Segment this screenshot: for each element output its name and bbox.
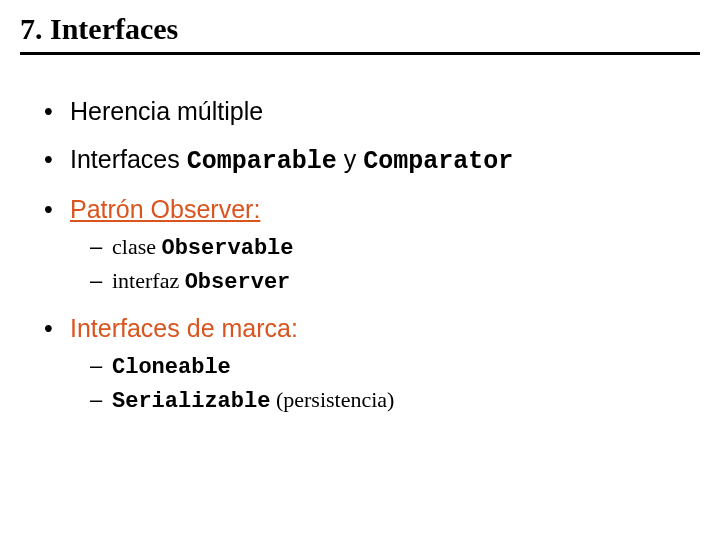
- bullet-text: Patrón Observer:: [70, 195, 260, 223]
- sub-item-cloneable: Cloneable: [90, 351, 700, 383]
- code-comparable: Comparable: [187, 147, 337, 176]
- sub-text-post: (persistencia): [270, 387, 394, 412]
- code-observer: Observer: [185, 270, 291, 295]
- title-bar: 7. Interfaces: [20, 12, 700, 55]
- slide-title: 7. Interfaces: [20, 12, 700, 46]
- bullet-interfaces-comparable: Interfaces Comparable y Comparator: [44, 143, 700, 179]
- sub-item-clase-observable: clase Observable: [90, 232, 700, 264]
- bullet-text: Interfaces de marca:: [70, 314, 298, 342]
- code-comparator: Comparator: [363, 147, 513, 176]
- code-serializable: Serializable: [112, 389, 270, 414]
- sub-text-pre: interfaz: [112, 268, 185, 293]
- sub-text-pre: clase: [112, 234, 161, 259]
- sub-list-marca: Cloneable Serializable (persistencia): [70, 351, 700, 416]
- code-cloneable: Cloneable: [112, 355, 231, 380]
- bullet-text: Herencia múltiple: [70, 97, 263, 125]
- sub-item-interfaz-observer: interfaz Observer: [90, 266, 700, 298]
- bullet-interfaces-marca: Interfaces de marca: Cloneable Serializa…: [44, 312, 700, 417]
- bullet-herencia-multiple: Herencia múltiple: [44, 95, 700, 129]
- bullet-text-mid: y: [337, 145, 363, 173]
- sub-list-observer: clase Observable interfaz Observer: [70, 232, 700, 297]
- bullet-text-pre: Interfaces: [70, 145, 187, 173]
- bullet-patron-observer: Patrón Observer: clase Observable interf…: [44, 193, 700, 298]
- code-observable: Observable: [161, 236, 293, 261]
- slide: 7. Interfaces Herencia múltiple Interfac…: [0, 0, 720, 451]
- sub-item-serializable: Serializable (persistencia): [90, 385, 700, 417]
- bullet-list: Herencia múltiple Interfaces Comparable …: [20, 95, 700, 417]
